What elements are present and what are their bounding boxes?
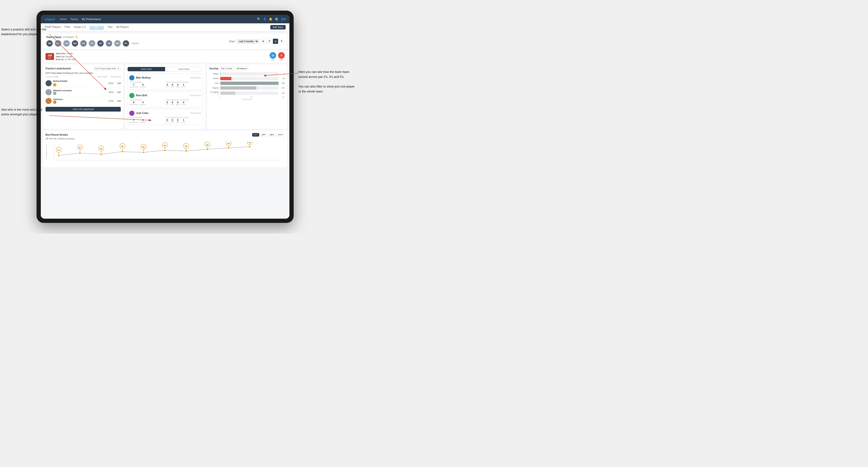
profile-icon[interactable]: 👤▾ (281, 18, 286, 21)
shot-yards: 16 yds 0 yds (270, 52, 285, 61)
team-header-card: Team Clippd 14 Players ✏️ RB EC CM BM RB… (43, 34, 287, 49)
annotation-right-text: Here you can see how the team have score… (299, 70, 355, 93)
eagles-label: Eagles (210, 73, 219, 75)
filter-ott[interactable]: OTT (252, 133, 259, 136)
sort-btn[interactable]: ⇅ (279, 39, 284, 44)
sec-tour[interactable]: Tour (107, 26, 113, 29)
view-full-leaderboard-btn[interactable]: View Full Leaderboard (45, 107, 121, 112)
player-avatars: RB EC CM BM RB JC SP TW MK PL Players (46, 40, 229, 47)
chart-xlabel: Total Shots (210, 98, 285, 100)
settings-icon[interactable]: ⚙️ (275, 18, 278, 21)
player-row-josh: Josh Coles 26 Aug 2023 Total Rounds 7 (127, 109, 203, 125)
show-label: Show (229, 40, 235, 43)
blair-app: 0 APP (171, 84, 174, 88)
streak-svg: 7x 6x 6x (45, 141, 285, 165)
filter-app[interactable]: APP (260, 133, 267, 136)
grid-view-btn[interactable]: ⊞ (261, 39, 266, 44)
avatar-3[interactable]: CM (63, 40, 70, 47)
tablet-frame: clippd Home Teams My Performance 🔍 👤 🔔 ⚙… (36, 10, 294, 223)
add-team-button[interactable]: Add Team (270, 25, 286, 30)
sec-team-clippd[interactable]: Team Clippd (89, 26, 104, 29)
rees-arg: 0 ARG (176, 101, 180, 105)
svg-text:4x: 4x (185, 145, 187, 147)
rees-stats: Total Rounds 8 Tournament 4 Pr (129, 99, 201, 105)
avatar-8[interactable]: TW (105, 40, 113, 47)
search-icon[interactable]: 🔍 (257, 18, 261, 21)
list-view-btn[interactable]: ☰ (267, 39, 272, 44)
rees-practice-activities: Total Practice Activities 0 OTT 0 (165, 99, 201, 105)
lb-name-area-2: Edward Crossman 2 (53, 89, 107, 95)
rees-ott: 0 OTT (165, 101, 169, 105)
filter-putt[interactable]: PUTT (276, 133, 285, 136)
people-icon[interactable]: 👤 (263, 18, 267, 21)
col-score: PB SCORE (97, 76, 107, 78)
avatar-7[interactable]: SP (97, 40, 104, 47)
svg-text:5x: 5x (143, 146, 145, 148)
axis-400: 400 (282, 96, 285, 98)
bogeys-value: 311 (280, 87, 285, 89)
lb-name-area-1: Richard Butler 1 (53, 80, 107, 87)
svg-point-40 (249, 146, 250, 148)
svg-point-4 (58, 155, 59, 156)
svg-text:3x: 3x (228, 143, 230, 145)
avatar-6[interactable]: JC (88, 40, 96, 47)
activity-card: Most Active Least Active Blair McHarg 26… (125, 64, 205, 129)
nav-logo: clippd (44, 18, 55, 21)
most-active-tab[interactable]: Most Active (128, 67, 165, 71)
avatar-9[interactable]: MK (114, 40, 121, 47)
blair-practice-activities: Total Practice Activities 0 OTT 0 (165, 81, 201, 88)
gold-badge: 1 (53, 83, 56, 87)
par-filter-btn[interactable]: Par 3, 4 & 5s (220, 67, 234, 70)
period-select[interactable]: Last 3 months Last 6 months Last year (237, 39, 259, 44)
bell-icon[interactable]: 🔔 (269, 18, 272, 21)
streaks-filters: OTT APP ARG PUTT (252, 133, 285, 136)
card-view-btn[interactable]: ▤ (273, 39, 278, 44)
blair-tournament: 7 Tournament (129, 84, 138, 88)
rees-name: Rees Britt (136, 94, 189, 97)
nav-home[interactable]: Home (60, 18, 66, 21)
avatar-1[interactable]: RB (46, 40, 53, 47)
eagles-row: Eagles 3 (210, 72, 285, 75)
secondary-nav: PGAT Players PGA Hcaps 1-5 Team Clippd T… (41, 23, 289, 31)
top-nav: clippd Home Teams My Performance 🔍 👤 🔔 ⚙… (41, 15, 289, 23)
avatar-4[interactable]: BM (71, 40, 79, 47)
lb-rank-badge-1: 1 (53, 83, 56, 87)
lb-drill-dropdown[interactable]: PUTT Must Make Putt... ▾ (93, 67, 121, 70)
lb-avg-1: 110 (117, 82, 121, 85)
josh-avatar (129, 111, 134, 116)
sec-hcaps[interactable]: Hcaps 1-5 (74, 26, 86, 29)
sec-pga[interactable]: PGA (65, 26, 70, 29)
start-lie-row: Start Lie: Rough (56, 55, 76, 58)
filter-arg[interactable]: ARG (268, 133, 276, 136)
avatar-5[interactable]: RB (80, 40, 87, 47)
bogeys-bar (220, 86, 256, 90)
sec-all-players[interactable]: All Players (117, 26, 129, 29)
josh-app: 0 APP (171, 119, 174, 123)
chart-axis: 0 200 400 (210, 96, 285, 98)
eagles-bar-container (220, 72, 279, 75)
pars-row: Pars 499 (210, 82, 285, 85)
tablet-screen: clippd Home Teams My Performance 🔍 👤 🔔 ⚙… (41, 15, 289, 219)
lb-avatar-2 (45, 89, 52, 95)
birdies-row: Birdies 96 (210, 77, 285, 80)
least-active-tab[interactable]: Least Active (165, 67, 203, 71)
nav-my-performance[interactable]: My Performance (82, 18, 101, 21)
svg-point-16 (122, 151, 123, 152)
annotation-top-left-text: Select a practice drill and see the lead… (1, 28, 46, 36)
avatar-10[interactable]: PL (122, 40, 129, 47)
avatar-2[interactable]: EC (55, 40, 62, 47)
svg-text:5x: 5x (121, 145, 124, 148)
y-axis-label: % Fairway Accuracy (45, 144, 47, 160)
players-filter-btn[interactable]: All Players ▾ (235, 67, 249, 70)
blair-rounds: Total Rounds 7 Tournament 6 Pr (129, 81, 165, 88)
rees-practice: 4 Practice (140, 101, 146, 105)
nav-teams[interactable]: Teams (70, 18, 78, 21)
lb-col-headers: PLAYER NAME PB SCORE PB AVG SQ (45, 76, 121, 78)
edit-icon[interactable]: ✏️ (75, 36, 78, 38)
lb-drill-full: PUTT Must Make Putting (3-6 ft) (45, 72, 78, 74)
scoring-header: Scoring Par 3, 4 & 5s All Players ▾ (210, 67, 285, 70)
lb-score-2: 18/20 (108, 91, 114, 93)
josh-tournament: 7 Tournament (129, 119, 138, 123)
svg-text:6x: 6x (79, 147, 81, 149)
annotation-right: Here you can see how the team have score… (299, 69, 355, 94)
